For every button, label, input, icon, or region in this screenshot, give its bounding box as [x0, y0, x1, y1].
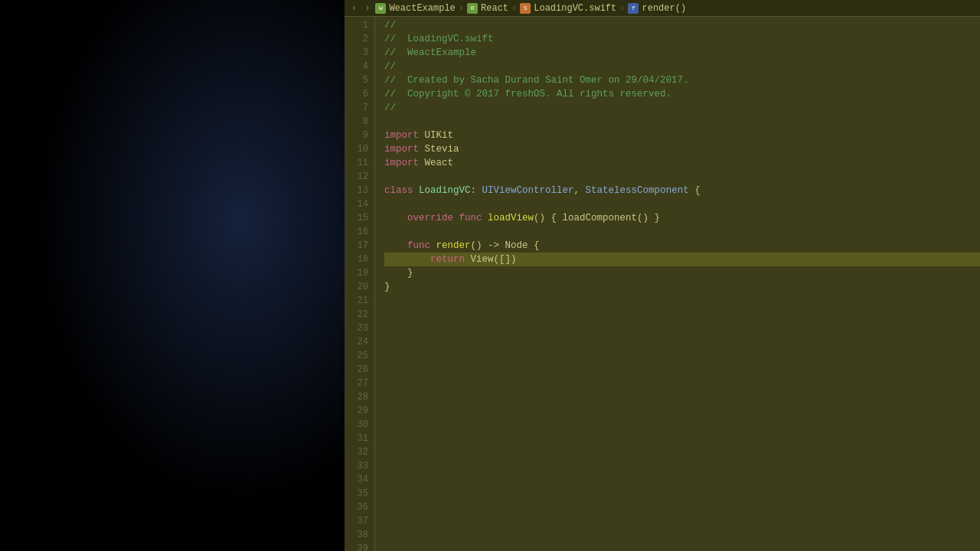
line-number: 35: [345, 487, 374, 500]
code-token: class: [384, 185, 413, 196]
line-number: 22: [345, 308, 374, 321]
code-token: //: [384, 20, 396, 31]
code-token: // Created by Sacha Durand Saint Omer on…: [384, 75, 689, 86]
code-line: // Copyright © 2017 freshOS. All rights …: [384, 87, 980, 101]
line-number: 24: [345, 335, 374, 349]
code-token: loadView: [488, 213, 534, 223]
breadcrumb-func[interactable]: render(): [642, 3, 686, 14]
line-number: 31: [345, 432, 374, 445]
code-line: [384, 432, 980, 445]
code-line: import UIKit: [384, 129, 980, 142]
code-token: //: [384, 103, 396, 113]
code-token: UIKit: [419, 130, 453, 141]
code-token: View([]): [465, 254, 517, 265]
code-line: // Created by Sacha Durand Saint Omer on…: [384, 73, 980, 87]
code-token: [430, 240, 436, 251]
weact-icon: W: [375, 3, 386, 14]
code-token: }: [384, 268, 413, 279]
line-number: 7: [345, 101, 374, 115]
code-token: Stevia: [419, 144, 459, 155]
code-line: }: [384, 280, 980, 294]
code-line: [384, 528, 980, 542]
line-number: 2: [345, 32, 374, 46]
code-token: [482, 213, 488, 223]
code-line: [384, 115, 980, 129]
func-icon: f: [628, 3, 639, 14]
breadcrumb-bar: ‹ › W WeactExample › R React › S Loading…: [345, 0, 980, 17]
code-line: [384, 445, 980, 459]
code-line: [384, 459, 980, 473]
line-number: 4: [345, 60, 374, 73]
code-token: // LoadingVC.swift: [384, 34, 494, 44]
code-line: [384, 225, 980, 239]
line-number: 11: [345, 156, 374, 170]
code-token: UIViewController: [482, 185, 574, 196]
forward-button[interactable]: ›: [362, 3, 372, 14]
code-line: [384, 294, 980, 308]
line-number: 8: [345, 115, 374, 129]
code-token: [413, 185, 420, 196]
breadcrumb-weact[interactable]: WeactExample: [389, 3, 455, 14]
line-number: 9: [345, 129, 374, 142]
line-number: 20: [345, 280, 374, 294]
line-number: 17: [345, 239, 374, 253]
sep3: ›: [619, 3, 625, 14]
line-number: 37: [345, 514, 374, 528]
code-token: // Copyright © 2017 freshOS. All rights …: [384, 89, 671, 99]
line-number: 13: [345, 184, 374, 197]
code-token: [453, 213, 459, 223]
code-line: [384, 335, 980, 349]
code-token: [384, 240, 407, 251]
code-token: () { loadComponent() }: [534, 213, 660, 223]
react-icon: R: [467, 3, 478, 14]
breadcrumb-file[interactable]: LoadingVC.swift: [534, 3, 616, 14]
code-line: [384, 197, 980, 211]
code-token: override: [407, 213, 453, 223]
code-line: [384, 473, 980, 487]
code-line: [384, 170, 980, 184]
back-button[interactable]: ‹: [349, 3, 359, 14]
code-token: func: [459, 213, 482, 223]
code-line: [384, 349, 980, 363]
code-area[interactable]: 1234567891011121314151617181920212223242…: [345, 17, 980, 551]
code-editor: ‹ › W WeactExample › R React › S Loading…: [345, 0, 980, 551]
line-number: 33: [345, 459, 374, 473]
code-line: // WeactExample: [384, 46, 980, 60]
code-token: () -> Node {: [471, 240, 540, 251]
code-line: [384, 321, 980, 335]
code-token: :: [471, 185, 482, 196]
line-number: 10: [345, 142, 374, 156]
line-numbers: 1234567891011121314151617181920212223242…: [345, 17, 375, 551]
code-token: // WeactExample: [384, 47, 476, 58]
code-line: [384, 418, 980, 432]
code-token: [384, 254, 430, 265]
line-number: 14: [345, 197, 374, 211]
line-number: 1: [345, 18, 374, 32]
line-number: 32: [345, 445, 374, 459]
line-number: 6: [345, 87, 374, 101]
line-number: 5: [345, 73, 374, 87]
breadcrumb-react[interactable]: React: [481, 3, 508, 14]
code-line: //: [384, 101, 980, 115]
code-line: [384, 308, 980, 321]
code-token: render: [436, 240, 471, 251]
code-line: }: [384, 266, 980, 280]
code-line: [384, 377, 980, 390]
line-number: 34: [345, 473, 374, 487]
line-number: 18: [345, 253, 374, 266]
line-number: 25: [345, 349, 374, 363]
code-line: import Weact: [384, 156, 980, 170]
line-number: 3: [345, 46, 374, 60]
code-token: Weact: [419, 158, 453, 168]
code-line: [384, 542, 980, 551]
code-line: func render() -> Node {: [384, 239, 980, 253]
line-number: 19: [345, 266, 374, 280]
code-line: [384, 514, 980, 528]
line-number: 12: [345, 170, 374, 184]
line-number: 38: [345, 528, 374, 542]
code-line: // LoadingVC.swift: [384, 32, 980, 46]
line-number: 39: [345, 542, 374, 551]
code-line: //: [384, 18, 980, 32]
file-icon: S: [520, 3, 531, 14]
code-token: import: [384, 144, 419, 155]
